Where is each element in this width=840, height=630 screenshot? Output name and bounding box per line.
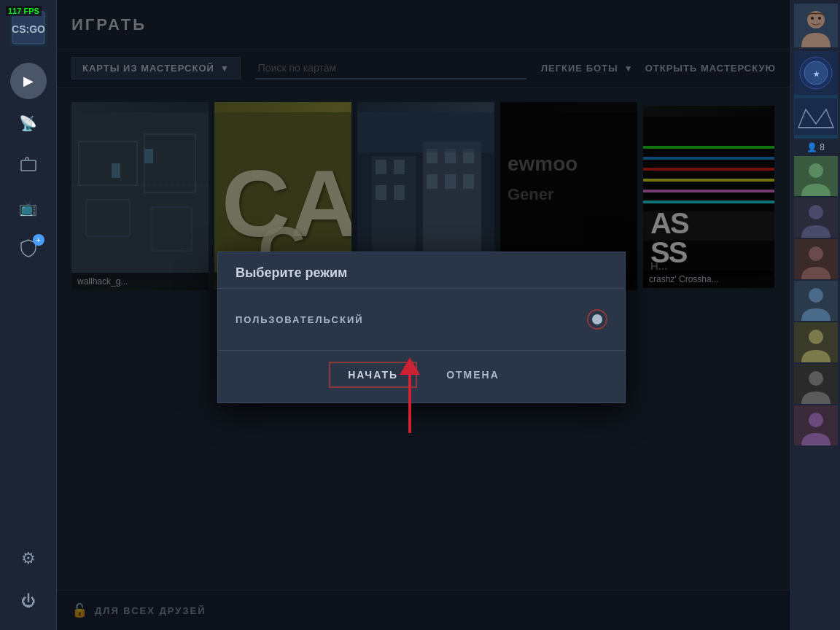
mode-radio-custom[interactable] (587, 309, 607, 330)
settings-icon: ⚙ (21, 549, 36, 568)
svg-text:CS:GO: CS:GO (12, 23, 45, 35)
arrow-shaft (408, 375, 411, 433)
right-sidebar: ★ 👤 8 (790, 0, 840, 630)
sidebar-nav: ▶ 📡 📺 (10, 55, 47, 540)
mode-label-custom: ПОЛЬЗОВАТЕЛЬСКИЙ (236, 314, 364, 325)
svg-point-14 (809, 163, 823, 178)
sidebar-item-tv[interactable]: 📺 (10, 190, 47, 226)
svg-point-20 (809, 288, 823, 303)
mode-selection-modal: Выберите режим ПОЛЬЗОВАТЕЛЬСКИЙ НАЧАТЬ О… (217, 252, 626, 403)
power-icon: ⏻ (21, 593, 36, 610)
friend-avatar-3[interactable] (794, 239, 838, 279)
svg-point-24 (809, 371, 823, 386)
friend-avatar-4[interactable] (794, 281, 838, 321)
svg-point-16 (809, 205, 823, 219)
sidebar-item-broadcast[interactable]: 📡 (10, 105, 47, 141)
modal-title: Выберите режим (236, 265, 347, 280)
friend-avatar-5[interactable] (794, 322, 838, 362)
shield-icon (19, 238, 38, 262)
user-avatar-top[interactable] (794, 4, 838, 47)
svg-point-26 (809, 413, 823, 427)
sidebar-item-inventory[interactable] (10, 147, 47, 184)
friend-avatar-7[interactable] (794, 405, 838, 446)
friend-avatar-1[interactable] (794, 156, 838, 196)
medal-badge[interactable]: ★ (794, 51, 838, 95)
svg-point-22 (809, 330, 823, 344)
fps-counter: 117 FPS (6, 6, 42, 16)
friend-avatar-2[interactable] (794, 198, 838, 238)
svg-rect-11 (795, 98, 837, 135)
friends-avatar-list (794, 156, 838, 630)
sidebar-item-shield[interactable] (10, 232, 47, 268)
play-icon: ▶ (23, 73, 34, 89)
sidebar-item-settings[interactable]: ⚙ (10, 540, 47, 577)
sidebar-item-play[interactable]: ▶ (10, 63, 47, 99)
svg-rect-3 (21, 160, 36, 171)
svg-point-7 (818, 17, 821, 20)
mode-row-custom: ПОЛЬЗОВАТЕЛЬСКИЙ (236, 303, 607, 335)
sidebar-item-power[interactable]: ⏻ (10, 583, 47, 619)
svg-point-6 (811, 17, 814, 20)
svg-point-18 (809, 246, 823, 261)
cancel-button[interactable]: ОТМЕНА (432, 363, 514, 386)
annotation-arrow (400, 357, 420, 433)
svg-text:★: ★ (812, 70, 820, 78)
friends-count: 👤 8 (806, 139, 825, 156)
modal-overlay: Выберите режим ПОЛЬЗОВАТЕЛЬСКИЙ НАЧАТЬ О… (57, 0, 790, 630)
friend-avatar-6[interactable] (794, 364, 838, 404)
inventory-icon (20, 155, 37, 176)
modal-footer: НАЧАТЬ ОТМЕНА (218, 350, 625, 402)
left-sidebar: CS:GO ▶ 📡 📺 (0, 0, 57, 630)
friends-icon: 👤 (806, 142, 817, 152)
broadcast-icon: 📡 (19, 114, 37, 132)
modal-body: ПОЛЬЗОВАТЕЛЬСКИЙ (218, 289, 625, 350)
arrow-head (400, 357, 420, 375)
rank-badge[interactable] (794, 95, 838, 139)
tv-icon: 📺 (19, 199, 37, 217)
sidebar-bottom: ⚙ ⏻ (10, 540, 47, 630)
modal-header: Выберите режим (218, 252, 625, 289)
